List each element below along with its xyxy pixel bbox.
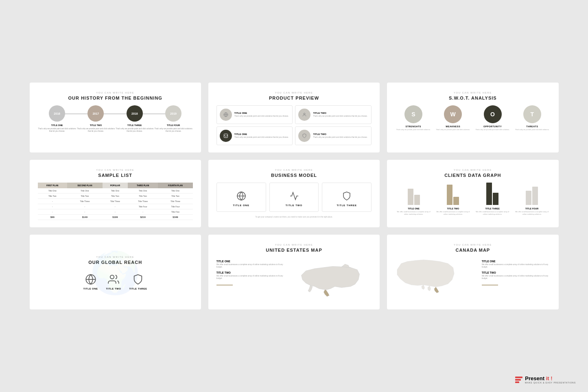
bar-container-2 xyxy=(447,183,459,205)
timeline: 2016 Title One That's why we provide pai… xyxy=(38,105,193,133)
swot-desc-w: That's why we provide point and click so… xyxy=(436,128,470,131)
product-icon-4 xyxy=(298,130,310,142)
global-label-2: Title Two xyxy=(106,287,121,290)
timeline-circle-2: 2017 xyxy=(87,105,104,122)
graph-label-4: Title Four xyxy=(525,207,538,210)
canada-text: Title One We offer small businesses a co… xyxy=(482,257,551,300)
graph-desc-4: We offer small businesses a complete arr… xyxy=(514,211,551,215)
shield-icon xyxy=(342,191,352,201)
timeline-circle-4: 2019 xyxy=(165,105,181,122)
col-first: First Plan xyxy=(38,183,68,188)
product-text-1: Title One That's why we provide point an… xyxy=(234,112,289,118)
world-bg: 🌍 xyxy=(38,244,193,302)
product-item-2: Title Two That's why we provide point an… xyxy=(295,105,372,124)
business-item-3: Title Three xyxy=(322,183,372,212)
slide-canada-map: YOU CAN WRITE HERE Canada Map Title One … xyxy=(387,235,558,309)
swot-circle-s: S xyxy=(404,105,422,123)
canada-underline xyxy=(482,285,498,285)
swot-s: S Strenghts That's why we provide point … xyxy=(395,105,431,131)
graph-grid: Title One We offer small businesses a co… xyxy=(395,183,550,215)
swot-label-s: Strenghts xyxy=(406,125,421,128)
canada-desc-two: We offer small businesses a complete arr… xyxy=(482,275,551,280)
global-item-3: Title Three xyxy=(129,274,147,290)
brand-tagline: MAKE QUICK & EASY PRESENTATIONS xyxy=(525,381,576,384)
timeline-item-4: 2019 Title Four That's why we provide pa… xyxy=(154,105,192,133)
us-desc-two: We offer small businesses a complete arr… xyxy=(216,275,285,280)
people-icon xyxy=(108,274,119,285)
map-text: Title One We offer small businesses a co… xyxy=(216,257,285,302)
brand-bar-1 xyxy=(515,377,522,378)
chart-icon xyxy=(289,191,299,201)
business-label-3: Title Three xyxy=(337,204,357,207)
bar-2a xyxy=(447,185,452,205)
table-row: Title OneTitle OneTitle OneTitle OneTitl… xyxy=(38,188,193,194)
slide4-subtitle: YOU CAN WRITE HERE xyxy=(38,169,193,171)
brand-bar-3 xyxy=(515,381,519,383)
timeline-label-3: Title Three xyxy=(127,124,142,126)
product-icon-1 xyxy=(220,109,232,121)
slide5-title: Business Model xyxy=(216,173,372,178)
canada-desc-one: We offer small businesses a complete arr… xyxy=(482,264,551,269)
slide7-title: Our Global Reach xyxy=(38,260,193,265)
slide-grid: YOU CAN WRITE HERE Our History From The … xyxy=(30,83,559,309)
swot-t: T Threats That's why we provide point an… xyxy=(514,105,550,131)
slide4-title: Sample List xyxy=(38,173,193,178)
slide-graph: YOU CAN WRITE HERE Clients Data Graph Ti… xyxy=(387,160,558,227)
graph-desc-3: We offer small businesses a complete arr… xyxy=(474,211,511,215)
canada-title-two: Title Two xyxy=(482,271,551,274)
canada-title-one: Title One xyxy=(482,260,551,263)
product-text-4: Title Two That's why we provide point an… xyxy=(313,133,367,139)
globe-icon xyxy=(85,274,96,285)
timeline-circle-1: 2016 xyxy=(49,105,65,122)
global-label-1: Title One xyxy=(83,287,98,290)
timeline-label-4: Title Four xyxy=(167,124,180,126)
graph-item-4: Title Four We offer small businesses a c… xyxy=(514,183,551,215)
slide6-title: Clients Data Graph xyxy=(395,173,550,178)
product-text-3: Title One That's why we provide point an… xyxy=(234,133,289,139)
brand-bar-2 xyxy=(515,379,521,381)
graph-label-3: Title Three xyxy=(485,207,500,210)
graph-label-1: Title One xyxy=(408,207,420,210)
bar-3a xyxy=(486,183,492,205)
swot-circle-t: T xyxy=(523,105,541,123)
timeline-label-2: Title Two xyxy=(90,124,102,126)
slide-history: YOU CAN WRITE HERE Our History From The … xyxy=(30,83,201,152)
business-footer: To get your company's name out there, yo… xyxy=(216,216,372,218)
canada-content: Title One We offer small businesses a co… xyxy=(395,257,550,300)
business-label-1: Title One xyxy=(233,204,249,207)
svg-point-8 xyxy=(110,275,114,279)
timeline-item-2: 2017 Title Two That's why we provide pai… xyxy=(77,105,115,133)
product-grid: Title One That's why we provide point an… xyxy=(216,105,372,145)
product-icon-2 xyxy=(298,109,310,121)
globe-icon xyxy=(236,191,246,201)
bar-4a xyxy=(526,191,531,205)
slide2-subtitle: YOU CAN WRITE HERE xyxy=(216,91,372,94)
bar-2b xyxy=(453,197,459,205)
sample-table: First Plan Second Plan Popular Third Pla… xyxy=(38,183,193,220)
bar-container-1 xyxy=(408,183,420,205)
bar-container-3 xyxy=(486,183,498,205)
product-text-2: Title Two That's why we provide point an… xyxy=(313,112,367,118)
timeline-circle-3: 2018 xyxy=(127,105,143,122)
graph-item-1: Title One We offer small businesses a co… xyxy=(395,183,432,215)
slide9-title: Canada Map xyxy=(395,248,550,253)
business-item-2: Title Two xyxy=(269,183,319,212)
global-label-3: Title Three xyxy=(129,287,147,290)
product-icon-3 xyxy=(220,130,232,142)
map-content: Title One We offer small businesses a co… xyxy=(216,257,372,302)
swot-o: O Opportunity That's why we provide poin… xyxy=(474,105,511,131)
us-map-svg xyxy=(296,257,365,302)
col-second: Second Plan xyxy=(67,183,103,188)
swot-label-o: Opportunity xyxy=(483,125,502,128)
table-row: ----Title Five xyxy=(38,209,193,215)
swot-label-w: Weakness xyxy=(446,125,460,128)
swot-circle-o: O xyxy=(484,105,502,123)
timeline-label-1: Title One xyxy=(51,124,63,126)
global-item-1: Title One xyxy=(83,274,98,290)
slide-global: 🌍 YOU CAN WRITE HERE Our Global Reach Ti… xyxy=(30,235,201,309)
slide5-subtitle: YOU CAN WRITE HERE xyxy=(216,169,372,171)
product-item-3: Title One That's why we provide point an… xyxy=(216,126,293,145)
bar-3b xyxy=(493,193,498,205)
table-row-price: $99$149$199$219$349 xyxy=(38,215,193,220)
business-grid: Title One Title Two Title Three xyxy=(216,183,372,212)
